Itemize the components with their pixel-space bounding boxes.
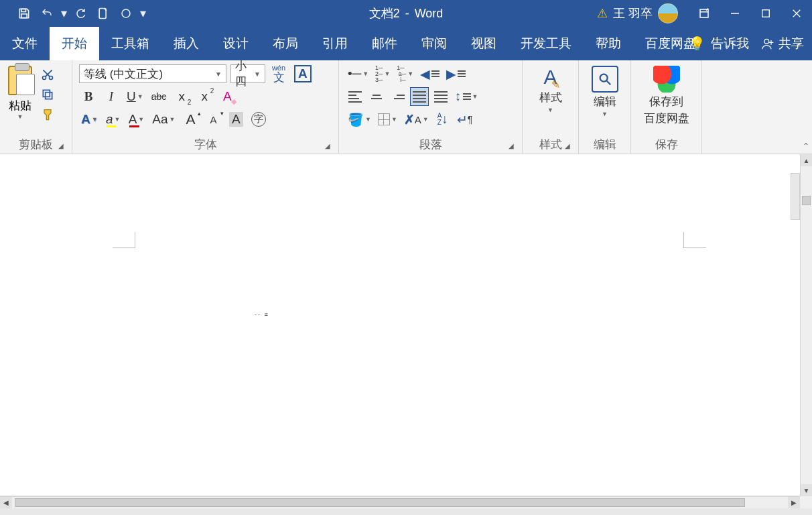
scroll-up-icon[interactable]: ▲ <box>801 154 812 166</box>
svg-line-19 <box>606 81 610 85</box>
asian-layout-button[interactable]: ✗A▼ <box>402 110 431 129</box>
editing-button[interactable]: 编辑 ▼ <box>586 63 624 120</box>
collapse-ribbon-icon[interactable]: ⌃ <box>803 141 809 151</box>
paste-button[interactable]: 粘贴 ▼ <box>4 63 36 123</box>
shading-button[interactable]: 🪣▼ <box>346 110 373 129</box>
hscroll-track[interactable] <box>12 497 788 508</box>
font-name-combo[interactable]: 等线 (中文正文) ▼ <box>79 64 226 83</box>
format-painter-button[interactable] <box>39 106 56 123</box>
bullets-button[interactable]: •─▼ <box>346 64 370 83</box>
undo-dropdown-icon[interactable]: ▾ <box>59 3 68 24</box>
svg-point-3 <box>122 9 130 17</box>
svg-rect-17 <box>43 90 50 97</box>
copy-button[interactable] <box>39 86 56 103</box>
avatar[interactable] <box>658 3 678 23</box>
phonetic-guide-button[interactable]: wén 文 <box>269 64 288 83</box>
group-paragraph: •─▼ 1─2─3─▼ 1─ a─ i─▼ ◀ ▶ ↕▼ 🪣▼ ▼ <box>339 60 523 154</box>
loading-circle-icon[interactable] <box>115 3 137 24</box>
clipboard-launcher-icon[interactable]: ◢ <box>56 140 66 151</box>
increase-indent-button[interactable]: ▶ <box>444 64 468 83</box>
styles-dropdown-icon[interactable]: ▼ <box>547 107 553 113</box>
vscroll-track[interactable] <box>801 166 812 484</box>
ribbon-display-options-icon[interactable] <box>689 0 720 27</box>
tell-me-search[interactable]: 💡 告诉我 <box>689 35 749 52</box>
sort-button[interactable]: AZ↓ <box>433 110 452 129</box>
save-to-baidu-button[interactable]: 保存到 百度网盘 <box>638 63 695 129</box>
align-center-button[interactable] <box>367 87 386 106</box>
align-justify-button[interactable] <box>410 87 429 106</box>
shrink-font-button[interactable]: A▾ <box>204 110 222 129</box>
editing-dropdown-icon[interactable]: ▼ <box>602 111 608 117</box>
font-size-value: 小四 <box>235 58 254 89</box>
scroll-left-icon[interactable]: ◀ <box>0 497 12 508</box>
tab-developer[interactable]: 开发工具 <box>509 27 584 60</box>
character-shading-button[interactable]: A <box>226 110 245 129</box>
horizontal-scrollbar[interactable]: ◀ ▶ <box>0 496 800 508</box>
styles-launcher-icon[interactable]: ◢ <box>562 140 573 151</box>
line-spacing-button[interactable]: ↕▼ <box>453 87 480 106</box>
show-marks-button[interactable]: ↵¶ <box>455 110 475 129</box>
tab-view[interactable]: 视图 <box>459 27 509 60</box>
subscript-button[interactable]: x2 <box>172 87 191 106</box>
numbering-button[interactable]: 1─2─3─▼ <box>373 64 392 83</box>
redo-icon[interactable] <box>70 3 91 24</box>
maximize-button[interactable] <box>750 0 781 27</box>
tab-mail[interactable]: 邮件 <box>360 27 409 60</box>
save-icon[interactable] <box>13 3 35 24</box>
tab-design[interactable]: 设计 <box>211 27 261 60</box>
align-left-button[interactable] <box>346 87 364 106</box>
vertical-scrollbar[interactable]: ▲ ▼ <box>800 154 812 496</box>
character-border-button[interactable]: A <box>292 64 314 83</box>
titlebar: ▾ ▾ 文档2 - Word ⚠ 王 羽卒 <box>0 0 812 27</box>
touch-mode-icon[interactable] <box>92 3 114 24</box>
tab-insert[interactable]: 插入 <box>161 27 211 60</box>
document-canvas[interactable]: -- ≡ <box>0 154 812 495</box>
minimize-button[interactable] <box>720 0 750 27</box>
tab-layout[interactable]: 布局 <box>261 27 310 60</box>
text-effects-button[interactable]: A▼ <box>79 110 100 129</box>
scroll-down-icon[interactable]: ▼ <box>801 484 812 496</box>
distributed-button[interactable] <box>431 87 450 106</box>
font-color-button[interactable]: A▼ <box>127 110 147 129</box>
superscript-button[interactable]: x2 <box>195 87 214 106</box>
font-size-combo[interactable]: 小四 ▼ <box>230 64 265 83</box>
hscroll-thumb[interactable] <box>15 498 745 507</box>
group-save-label: 保存 <box>655 137 678 152</box>
tab-references[interactable]: 引用 <box>310 27 360 60</box>
cut-button[interactable] <box>39 66 56 83</box>
group-clipboard-label: 剪贴板 <box>19 137 53 152</box>
styles-button[interactable]: A✎ 样式 ▼ <box>534 63 567 116</box>
enclose-characters-button[interactable]: 字 <box>249 110 268 129</box>
tab-help[interactable]: 帮助 <box>584 27 633 60</box>
align-right-button[interactable] <box>389 87 407 106</box>
multilevel-list-button[interactable]: 1─ a─ i─▼ <box>395 64 415 83</box>
strikethrough-button[interactable]: abc <box>149 87 169 106</box>
paste-dropdown-icon[interactable]: ▼ <box>17 113 23 120</box>
paragraph-launcher-icon[interactable]: ◢ <box>506 140 517 151</box>
share-button[interactable]: 共享 <box>761 35 804 52</box>
scroll-right-icon[interactable]: ▶ <box>788 497 800 508</box>
decrease-indent-button[interactable]: ◀ <box>418 64 442 83</box>
tab-file[interactable]: 文件 <box>0 27 50 60</box>
borders-button[interactable]: ▼ <box>376 110 399 129</box>
change-case-button[interactable]: Aa▼ <box>150 110 177 129</box>
grow-font-button[interactable]: A▴ <box>181 110 200 129</box>
undo-icon[interactable] <box>36 3 58 24</box>
group-save: 保存到 百度网盘 保存 <box>631 60 702 154</box>
tab-review[interactable]: 审阅 <box>409 27 459 60</box>
bold-button[interactable]: B <box>79 87 98 106</box>
tab-toolbox[interactable]: 工具箱 <box>99 27 161 60</box>
page-margin-corner-tr <box>683 232 706 248</box>
font-launcher-icon[interactable]: ◢ <box>322 140 333 151</box>
qat-customize-icon[interactable]: ▾ <box>138 3 147 24</box>
clear-formatting-button[interactable]: A◆ <box>218 87 236 106</box>
italic-button[interactable]: I <box>102 87 121 106</box>
user-area[interactable]: ⚠ 王 羽卒 <box>597 3 685 23</box>
svg-rect-2 <box>99 9 106 19</box>
underline-button[interactable]: U▼ <box>125 87 145 106</box>
close-button[interactable] <box>781 0 812 27</box>
tab-home[interactable]: 开始 <box>50 27 99 60</box>
highlight-button[interactable]: a▼ <box>104 110 123 129</box>
svg-point-18 <box>600 74 607 82</box>
vscroll-thumb[interactable] <box>802 196 811 205</box>
